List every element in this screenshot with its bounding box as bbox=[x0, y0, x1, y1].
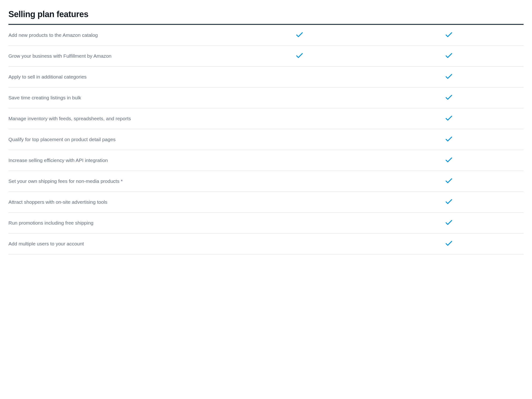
check-icon bbox=[445, 241, 452, 246]
check-icon bbox=[445, 32, 452, 38]
feature-col1 bbox=[225, 129, 374, 150]
feature-label: Run promotions including free shipping bbox=[8, 213, 225, 234]
feature-label: Qualify for top placement on product det… bbox=[8, 129, 225, 150]
feature-col1 bbox=[225, 171, 374, 192]
check-icon bbox=[445, 157, 452, 163]
check-icon bbox=[445, 136, 452, 142]
feature-col2 bbox=[374, 192, 524, 213]
feature-row: Add multiple users to your account bbox=[8, 234, 524, 254]
feature-col1 bbox=[225, 66, 374, 87]
feature-col2 bbox=[374, 129, 524, 150]
check-icon bbox=[296, 53, 303, 58]
feature-label: Add new products to the Amazon catalog bbox=[8, 24, 225, 46]
feature-label: Increase selling efficiency with API int… bbox=[8, 150, 225, 171]
feature-label: Attract shoppers with on-site advertisin… bbox=[8, 192, 225, 213]
feature-label: Apply to sell in additional categories bbox=[8, 66, 225, 87]
feature-col1 bbox=[225, 87, 374, 108]
check-icon bbox=[445, 199, 452, 204]
features-table: Add new products to the Amazon catalogGr… bbox=[8, 24, 524, 254]
check-icon bbox=[445, 94, 452, 100]
check-icon bbox=[445, 74, 452, 79]
feature-col2 bbox=[374, 24, 524, 46]
feature-row: Manage inventory with feeds, spreadsheet… bbox=[8, 108, 524, 129]
feature-row: Run promotions including free shipping bbox=[8, 213, 524, 234]
check-icon bbox=[445, 115, 452, 121]
check-icon bbox=[296, 32, 303, 38]
feature-col2 bbox=[374, 171, 524, 192]
feature-col1 bbox=[225, 150, 374, 171]
feature-row: Attract shoppers with on-site advertisin… bbox=[8, 192, 524, 213]
feature-col2 bbox=[374, 46, 524, 66]
feature-col1 bbox=[225, 46, 374, 66]
feature-col1 bbox=[225, 192, 374, 213]
feature-row: Increase selling efficiency with API int… bbox=[8, 150, 524, 171]
feature-col2 bbox=[374, 150, 524, 171]
feature-row: Apply to sell in additional categories bbox=[8, 66, 524, 87]
feature-col1 bbox=[225, 24, 374, 46]
feature-row: Add new products to the Amazon catalog bbox=[8, 24, 524, 46]
feature-row: Qualify for top placement on product det… bbox=[8, 129, 524, 150]
check-icon bbox=[445, 53, 452, 58]
check-icon bbox=[445, 178, 452, 183]
feature-row: Set your own shipping fees for non-media… bbox=[8, 171, 524, 192]
feature-row: Grow your business with Fulfillment by A… bbox=[8, 46, 524, 66]
feature-col2 bbox=[374, 213, 524, 234]
feature-col1 bbox=[225, 213, 374, 234]
check-icon bbox=[445, 220, 452, 225]
feature-label: Save time creating listings in bulk bbox=[8, 87, 225, 108]
feature-col2 bbox=[374, 87, 524, 108]
feature-col2 bbox=[374, 234, 524, 254]
feature-col2 bbox=[374, 66, 524, 87]
feature-label: Grow your business with Fulfillment by A… bbox=[8, 46, 225, 66]
section-title: Selling plan features bbox=[8, 9, 524, 19]
feature-label: Set your own shipping fees for non-media… bbox=[8, 171, 225, 192]
feature-row: Save time creating listings in bulk bbox=[8, 87, 524, 108]
feature-label: Manage inventory with feeds, spreadsheet… bbox=[8, 108, 225, 129]
feature-label: Add multiple users to your account bbox=[8, 234, 225, 254]
feature-col1 bbox=[225, 108, 374, 129]
feature-col1 bbox=[225, 234, 374, 254]
feature-col2 bbox=[374, 108, 524, 129]
